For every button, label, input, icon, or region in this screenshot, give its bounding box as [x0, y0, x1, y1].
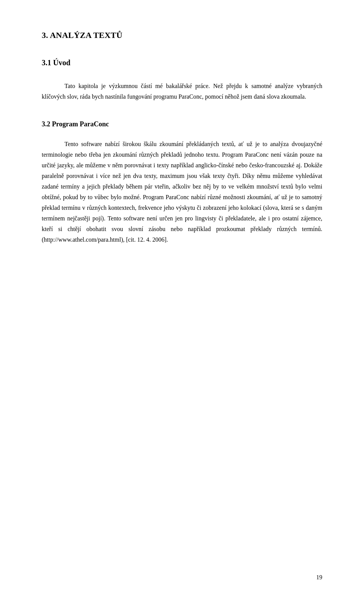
page-container: 3. ANALÝZA TEXTŮ 3.1 Úvod Tato kapitola …	[0, 0, 364, 596]
intro-paragraph: Tato kapitola je výzkumnou částí mé baka…	[42, 81, 322, 102]
section-2-heading: 3.2 Program ParaConc	[42, 120, 322, 128]
chapter-heading: 3. ANALÝZA TEXTŮ	[42, 30, 322, 40]
section-1-heading: 3.1 Úvod	[42, 58, 322, 67]
body-paragraph-1: Tento software nabízí širokou škálu zkou…	[42, 139, 322, 245]
page-number: 19	[316, 574, 322, 581]
